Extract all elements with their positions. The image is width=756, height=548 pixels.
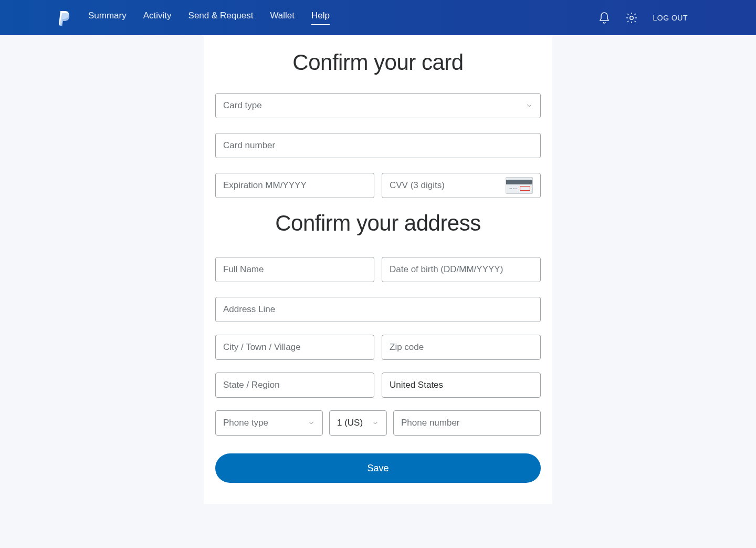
- chevron-down-icon: [372, 419, 379, 427]
- save-button[interactable]: Save: [215, 453, 541, 483]
- cvv-card-icon: ••• •••: [506, 177, 533, 194]
- nav-activity[interactable]: Activity: [143, 11, 172, 25]
- content: Confirm your card Card type ••• ••• Conf…: [0, 35, 756, 504]
- phone-type-select[interactable]: Phone type: [215, 410, 323, 436]
- state-field[interactable]: [215, 373, 374, 398]
- card-type-placeholder: Card type: [223, 100, 262, 111]
- zip-field[interactable]: [382, 335, 541, 360]
- nav-wallet[interactable]: Wallet: [270, 11, 295, 25]
- phone-cc-value: 1 (US): [337, 418, 363, 428]
- nav-summary[interactable]: Summary: [88, 11, 127, 25]
- address-section-title: Confirm your address: [215, 211, 541, 236]
- expiration-input[interactable]: [223, 173, 366, 198]
- header: Summary Activity Send & Request Wallet H…: [0, 0, 756, 35]
- logout-link[interactable]: LOG OUT: [653, 14, 688, 22]
- zip-input[interactable]: [390, 335, 533, 359]
- city-input[interactable]: [223, 335, 366, 359]
- dob-field[interactable]: [382, 257, 541, 282]
- chevron-down-icon: [526, 102, 533, 109]
- full-name-input[interactable]: [223, 257, 366, 282]
- main-nav: Summary Activity Send & Request Wallet H…: [88, 11, 598, 25]
- card-type-select[interactable]: Card type: [215, 93, 541, 118]
- address-line-input[interactable]: [223, 297, 533, 322]
- chevron-down-icon: [308, 419, 315, 427]
- address-line-field[interactable]: [215, 297, 541, 322]
- nav-help[interactable]: Help: [311, 11, 330, 25]
- card-number-input[interactable]: [223, 133, 533, 158]
- dob-input[interactable]: [390, 257, 533, 282]
- card-number-field[interactable]: [215, 133, 541, 158]
- header-right: LOG OUT: [598, 12, 688, 24]
- phone-country-code-select[interactable]: 1 (US): [329, 410, 387, 436]
- cvv-input[interactable]: [390, 173, 501, 198]
- notifications-icon[interactable]: [598, 12, 611, 24]
- country-value: United States: [390, 380, 443, 390]
- svg-point-0: [630, 16, 633, 19]
- phone-number-input[interactable]: [401, 411, 533, 435]
- country-select[interactable]: United States: [382, 373, 541, 398]
- state-input[interactable]: [223, 373, 366, 397]
- city-field[interactable]: [215, 335, 374, 360]
- nav-send-request[interactable]: Send & Request: [188, 11, 254, 25]
- cvv-field[interactable]: ••• •••: [382, 173, 541, 198]
- paypal-logo-icon: [57, 10, 70, 26]
- settings-gear-icon[interactable]: [625, 12, 638, 24]
- full-name-field[interactable]: [215, 257, 374, 282]
- phone-number-field[interactable]: [393, 410, 541, 436]
- expiration-field[interactable]: [215, 173, 374, 198]
- form-card: Confirm your card Card type ••• ••• Conf…: [204, 35, 552, 504]
- phone-type-placeholder: Phone type: [223, 418, 268, 428]
- card-section-title: Confirm your card: [215, 50, 541, 75]
